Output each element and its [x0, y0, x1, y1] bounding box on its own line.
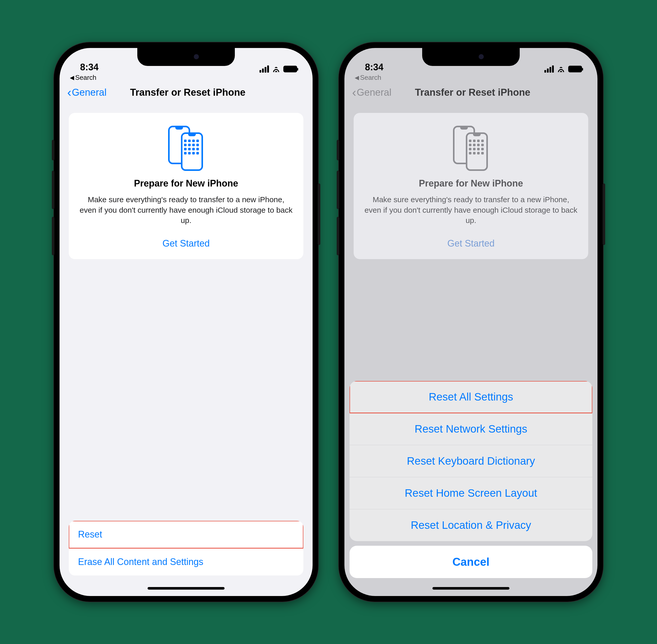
action-sheet-options: Reset All Settings Reset Network Setting… [349, 381, 592, 541]
card-body: Make sure everything's ready to transfer… [364, 194, 578, 226]
get-started-button: Get Started [364, 238, 578, 249]
erase-row[interactable]: Erase All Content and Settings [69, 548, 303, 575]
wifi-icon [557, 66, 565, 72]
wifi-icon [272, 66, 280, 72]
card-body: Make sure everything's ready to transfer… [79, 194, 293, 226]
prepare-card: Prepare for New iPhone Make sure everyth… [69, 113, 303, 259]
reset-keyboard-dictionary-option[interactable]: Reset Keyboard Dictionary [349, 445, 592, 477]
card-heading: Prepare for New iPhone [364, 178, 578, 189]
cellular-icon [259, 65, 269, 73]
chevron-left-icon: ◀ [355, 74, 359, 81]
status-time: 8:34 [365, 62, 383, 73]
reset-location-privacy-option[interactable]: Reset Location & Privacy [349, 509, 592, 541]
reset-network-settings-option[interactable]: Reset Network Settings [349, 413, 592, 445]
breadcrumb-label: Search [360, 74, 381, 82]
reset-home-screen-layout-option[interactable]: Reset Home Screen Layout [349, 477, 592, 509]
phone-right: 8:34 ◀ Search ‹ General Transfer or Rese… [339, 42, 603, 602]
card-heading: Prepare for New iPhone [79, 178, 293, 189]
transfer-iphone-icon [364, 126, 578, 169]
home-indicator[interactable] [344, 581, 597, 596]
cancel-button[interactable]: Cancel [349, 546, 592, 578]
prepare-card: Prepare for New iPhone Make sure everyth… [354, 113, 588, 259]
breadcrumb: ◀ Search [344, 74, 597, 84]
status-time: 8:34 [80, 62, 98, 73]
page-title: Transfer or Reset iPhone [71, 87, 305, 98]
chevron-left-icon: ◀ [70, 74, 74, 81]
nav-bar: ‹ General Transfer or Reset iPhone [60, 84, 313, 104]
phone-left: 8:34 ◀ Search ‹ General Transfer or Rese… [54, 42, 318, 602]
get-started-button[interactable]: Get Started [79, 238, 293, 249]
breadcrumb[interactable]: ◀ Search [60, 74, 313, 84]
breadcrumb-label: Search [75, 74, 96, 82]
nav-bar: ‹ General Transfer or Reset iPhone [344, 84, 597, 104]
page-title: Transfer or Reset iPhone [356, 87, 590, 98]
action-sheet: Reset All Settings Reset Network Setting… [349, 381, 592, 578]
transfer-iphone-icon [79, 126, 293, 169]
notch [137, 48, 235, 66]
notch [422, 48, 520, 66]
reset-row[interactable]: Reset [69, 521, 303, 548]
reset-all-settings-option[interactable]: Reset All Settings [349, 381, 592, 413]
battery-icon [568, 66, 582, 72]
battery-icon [283, 66, 297, 72]
cellular-icon [544, 65, 554, 73]
home-indicator[interactable] [60, 581, 313, 596]
bottom-list: Reset Erase All Content and Settings [69, 521, 303, 575]
